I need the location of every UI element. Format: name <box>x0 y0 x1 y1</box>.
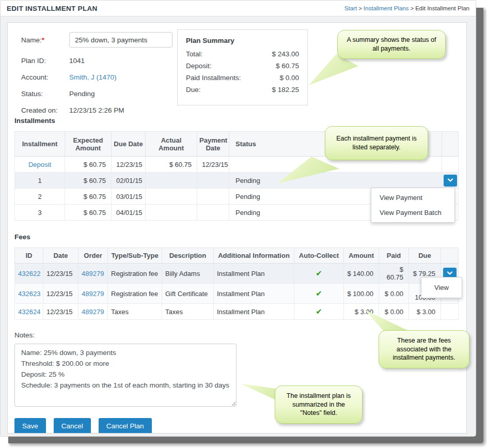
breadcrumb: Start>Installment Plans>Edit Installment… <box>344 5 469 11</box>
installments-cell <box>146 173 197 189</box>
installments-header-0: Installment <box>15 132 65 157</box>
fees-cell: Installment Plan <box>214 264 294 284</box>
installment-row-menu: View Payment View Payment Batch <box>371 188 455 223</box>
fees-cell: Installment Plan <box>214 284 294 304</box>
callout-text: Each installment payment is listed separ… <box>332 134 421 152</box>
created-on-row: Created on: 12/23/15 2:26 PM <box>21 105 177 115</box>
breadcrumb-start-link[interactable]: Start <box>344 5 357 11</box>
breadcrumb-current: Edit Installment Plan <box>415 5 469 11</box>
summary-deposit-row: Deposit: $ 60.75 <box>186 62 299 70</box>
fees-cell: $ 60.75 <box>379 264 409 284</box>
account-link[interactable]: Smith, J (1470) <box>69 73 117 81</box>
menu-item-view[interactable]: View <box>421 280 462 296</box>
installments-cell: Pending <box>229 173 442 189</box>
callout-installments: Each installment payment is listed separ… <box>325 126 428 160</box>
fees-cell: 12/23/15 <box>43 284 78 304</box>
fees-cell: 489279 <box>78 304 108 320</box>
installments-cell: 02/01/15 <box>112 173 146 189</box>
installments-action-cell <box>442 173 459 189</box>
status-value: Pending <box>69 89 95 99</box>
fees-header-10 <box>441 248 459 264</box>
fees-header-7: Amount <box>344 248 379 264</box>
fees-header-5: Additional Information <box>214 248 294 264</box>
installments-cell: 2 <box>15 189 65 205</box>
fees-cell: $ 0.00 <box>379 284 409 304</box>
installments-header-1: Expected Amount <box>65 132 112 157</box>
summary-due-value: $ 182.25 <box>272 86 299 94</box>
callout-text: A summary shows the status of all paymen… <box>344 36 439 53</box>
fees-cell-link[interactable]: 489279 <box>82 270 104 277</box>
cancel-plan-button[interactable]: Cancel Plan <box>99 418 152 434</box>
plan-id-row: Plan ID: 1041 <box>21 56 177 66</box>
installments-cell: $ 60.75 <box>65 189 112 205</box>
summary-total-label: Total: <box>186 50 202 58</box>
installments-cell: 12/23/15 <box>112 157 146 173</box>
main-panel: Name:* Plan ID: 1041 Account: Smith, J (… <box>7 22 467 434</box>
summary-paid-row: Paid Installments: $ 0.00 <box>186 74 299 82</box>
fees-header-1: Date <box>43 248 78 264</box>
installments-cell: $ 60.75 <box>65 205 112 221</box>
notes-textarea[interactable]: Name: 25% down, 3 payments Threshold: $ … <box>14 344 237 407</box>
fees-cell-link[interactable]: 489279 <box>82 290 104 298</box>
installments-cell: 1 <box>15 173 65 189</box>
fees-cell-link[interactable]: 432622 <box>18 270 40 277</box>
save-button[interactable]: Save <box>14 418 46 434</box>
fees-cell-link[interactable]: 432624 <box>18 308 40 316</box>
summary-paid-value: $ 0.00 <box>279 74 299 82</box>
chevron-down-icon <box>447 271 453 275</box>
fees-cell: $ 0.00 <box>379 304 409 320</box>
action-buttons-row: Save Cancel Cancel Plan <box>14 418 462 434</box>
fees-table: IDDateOrderType/Sub-TypeDescriptionAddit… <box>14 248 459 320</box>
installments-action-cell <box>442 157 459 173</box>
fees-cell: $ 3.00 <box>409 304 441 320</box>
callout-notes: The installment plan is summarized in th… <box>275 385 363 424</box>
plan-id-value: 1041 <box>69 56 85 66</box>
fees-cell-link[interactable]: 489279 <box>82 308 104 316</box>
fees-row-2[interactable]: 43262412/23/15489279TaxesTaxesInstallmen… <box>15 304 459 320</box>
installments-cell: 04/01/15 <box>112 205 146 221</box>
callout-plan-summary: A summary shows the status of all paymen… <box>337 30 446 59</box>
fees-row-0[interactable]: 43262212/23/15489279Registration feeBill… <box>15 264 459 284</box>
summary-due-label: Due: <box>186 86 201 94</box>
name-field-row: Name:* <box>21 32 177 48</box>
fees-cell: Billy Adams <box>162 264 214 284</box>
fees-cell: Taxes <box>108 304 162 320</box>
fees-cell-link[interactable]: 432623 <box>18 290 40 298</box>
installments-cell <box>146 189 197 205</box>
installments-cell: 12/23/15 <box>197 157 229 173</box>
installments-row-menu-button[interactable] <box>444 175 457 187</box>
plan-form: Name:* Plan ID: 1041 Account: Smith, J (… <box>14 29 177 122</box>
fees-row-1[interactable]: 43262312/23/15489279Registration feeGift… <box>15 284 459 304</box>
summary-total-value: $ 243.00 <box>272 50 299 58</box>
installments-header-6 <box>442 132 459 157</box>
fees-cell: 12/23/15 <box>43 304 78 320</box>
fees-header-9: Due <box>409 248 441 264</box>
breadcrumb-installment-plans-link[interactable]: Installment Plans <box>364 5 409 11</box>
cancel-button[interactable]: Cancel <box>54 418 91 434</box>
menu-item-view-payment[interactable]: View Payment <box>371 190 454 205</box>
menu-item-view-payment-batch[interactable]: View Payment Batch <box>371 205 454 220</box>
fee-row-menu: View <box>421 277 462 298</box>
fees-cell: 12/23/15 <box>43 264 78 284</box>
installments-cell-link[interactable]: Deposit <box>28 161 51 168</box>
fees-cell: ✔ <box>294 304 344 320</box>
fees-cell: $ 140.00 <box>344 264 379 284</box>
fees-cell: ✔ <box>294 284 344 304</box>
plan-summary-title: Plan Summary <box>186 37 299 44</box>
plan-summary-box: Plan Summary Total: $ 243.00 Deposit: $ … <box>177 29 308 105</box>
chevron-down-icon <box>447 178 453 182</box>
account-row: Account: Smith, J (1470) <box>21 72 177 82</box>
installments-cell: 03/01/15 <box>112 189 146 205</box>
summary-deposit-label: Deposit: <box>186 62 212 70</box>
installments-cell <box>197 189 229 205</box>
fees-header-8: Paid <box>379 248 409 264</box>
plan-name-input[interactable] <box>69 32 172 48</box>
fees-cell: Registration fee <box>108 284 162 304</box>
summary-paid-label: Paid Installments: <box>186 74 241 82</box>
installments-cell <box>197 205 229 221</box>
installments-row-1[interactable]: 1$ 60.7502/01/15Pending <box>15 173 459 189</box>
fees-header-4: Description <box>162 248 214 264</box>
summary-deposit-value: $ 60.75 <box>276 62 299 70</box>
fees-heading: Fees <box>14 233 460 243</box>
installments-cell: $ 60.75 <box>65 157 112 173</box>
